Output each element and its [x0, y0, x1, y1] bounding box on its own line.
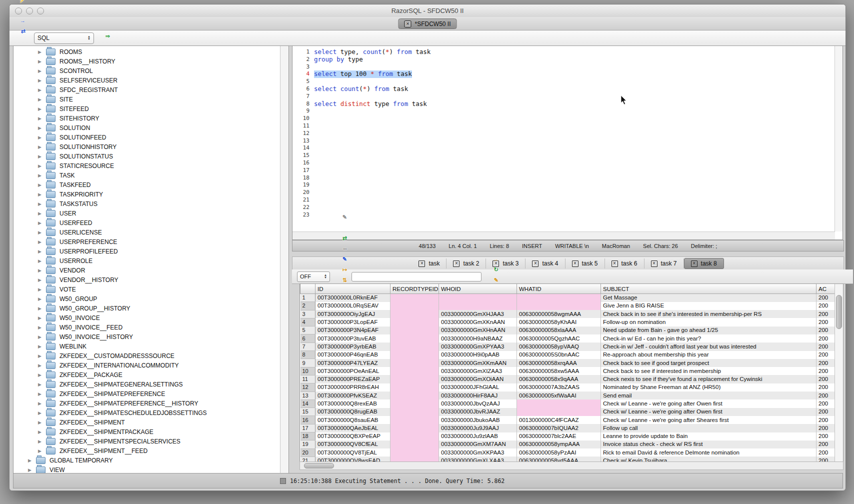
close-result-tab-icon[interactable] [418, 260, 425, 267]
cell-whoid[interactable]: 0033000000GmXIZAA3 [439, 367, 517, 375]
cell-whoid[interactable]: 0033000000GmXM7AAN [439, 440, 517, 448]
cell-whatid[interactable]: 006300000058yKhAAI [517, 318, 601, 326]
cell-recordtypeid[interactable] [390, 408, 439, 416]
cell-subject[interactable]: Follow up call [601, 424, 816, 432]
disclosure-triangle-icon[interactable] [38, 439, 46, 444]
disclosure-triangle-icon[interactable] [38, 316, 46, 320]
cell-ac[interactable]: 200 [816, 424, 836, 432]
cell-whatid[interactable]: 00630000005xfWaAAI [517, 392, 601, 400]
table-row[interactable]: 14 00T3000000Q8rexEAB 0033000000JbvQzAAJ… [300, 400, 836, 408]
disclosure-triangle-icon[interactable] [38, 296, 46, 302]
cell-ac[interactable]: 200 [816, 359, 836, 367]
grid-vscroll-thumb[interactable] [836, 295, 842, 329]
disclosure-triangle-icon[interactable] [38, 306, 46, 311]
tree-item[interactable]: W50_GROUP [14, 294, 280, 304]
tree-item[interactable]: USERROLE [14, 256, 280, 266]
tree-item[interactable]: VOTE [14, 284, 280, 294]
disclosure-triangle-icon[interactable] [38, 401, 46, 406]
export-page-icon[interactable]: → [14, 12, 24, 22]
tree-item[interactable]: VENDOR__HISTORY [14, 275, 280, 284]
column-header[interactable]: WHOID [439, 284, 517, 294]
cell-id[interactable]: 00T3000000L0RknEAF [316, 294, 390, 302]
cell-recordtypeid[interactable] [390, 367, 439, 375]
cell-whoid[interactable]: 0033000000GmXKmAAN [439, 359, 517, 367]
disclosure-triangle-icon[interactable] [38, 258, 46, 264]
cell-whatid[interactable]: 006300000058xrqAAA [517, 359, 601, 367]
disclosure-triangle-icon[interactable] [38, 344, 46, 349]
cell-whatid[interactable] [517, 408, 601, 416]
cell-ac[interactable]: 200 [816, 400, 836, 408]
cell-whatid[interactable]: 00630000007bIQUAA2 [517, 424, 601, 432]
limit-select[interactable]: OFF ▲▼ [297, 272, 330, 282]
tree-item[interactable]: ZKFEDEX__SHIPMATEGENERALSETTINGS [14, 380, 280, 389]
tree-item[interactable]: WEBLINK [14, 342, 280, 351]
cell-ac[interactable]: 200 [816, 318, 836, 326]
cell-recordtypeid[interactable] [390, 326, 439, 334]
cell-whatid[interactable]: 006300000058xw5AAA [517, 367, 601, 375]
table-row[interactable]: 19 00T3000000QV8CfEAL 0033000000GmXM7AAN… [300, 440, 836, 448]
cell-id[interactable]: 00T3000000Q8rexEAB [316, 400, 390, 408]
cell-ac[interactable]: 200 [816, 432, 836, 440]
cell-recordtypeid[interactable] [390, 294, 439, 302]
tree-item[interactable]: SITEFEED [14, 104, 280, 114]
cell-subject[interactable]: Check back in to see if she's interested… [601, 310, 816, 318]
cell-id[interactable]: 00T3000000QV8TjEAL [316, 448, 390, 456]
sort-filter-icon[interactable]: ✎ [336, 208, 346, 219]
cell-subject[interactable]: Leanne to provide update to Bain [601, 432, 816, 440]
cell-ac[interactable]: 200 [816, 351, 836, 359]
result-tab[interactable]: task 7 [644, 258, 684, 268]
cell-whoid[interactable]: 0033000000HirF8AAJ [439, 392, 517, 400]
cell-whoid[interactable]: 0033000000Ju9zlAAB [439, 432, 517, 440]
cell-recordtypeid[interactable] [390, 342, 439, 350]
cell-subject[interactable]: Check nexis to see if they've found a re… [601, 375, 816, 383]
cell-subject[interactable]: Rick to email David & reference Delmonte… [601, 448, 816, 456]
cell-whoid[interactable]: 0033000000GmXPYAA3 [439, 342, 517, 350]
save-results-icon[interactable] [336, 198, 346, 208]
tree-item[interactable]: USERPROFILEFEED [14, 246, 280, 256]
cell-subject[interactable]: Send email [601, 392, 816, 400]
column-header[interactable] [300, 284, 316, 294]
tree-item[interactable]: SELFSERVICEUSER [14, 76, 280, 85]
cell-whatid[interactable]: 00630000007A3bZAAS [517, 384, 601, 392]
table-row[interactable]: 10 00T3000000POeAnEAL 0033000000GmXIZAA3… [300, 367, 836, 375]
column-header[interactable]: RECORDTYPEID [390, 284, 439, 294]
tree-item[interactable]: SOLUTION [14, 123, 280, 132]
cell-subject[interactable]: Follow-up on nomination [601, 318, 816, 326]
tree-item[interactable]: USERLICENSE [14, 228, 280, 237]
cell-whoid[interactable]: 0033000000H9aNBAAZ [439, 334, 517, 342]
tree-item[interactable]: SITEHISTORY [14, 114, 280, 123]
tree-item[interactable]: TASKPRIORITY [14, 190, 280, 199]
editor-vertical-scrollbar[interactable] [834, 46, 842, 232]
tree-item[interactable]: ROOMS [14, 47, 280, 56]
disclosure-triangle-icon[interactable] [38, 173, 46, 178]
disclosure-triangle-icon[interactable] [38, 334, 46, 340]
result-tab[interactable]: task 2 [446, 258, 486, 268]
table-row[interactable]: 2 00T3000000L0RqSEAV Give Jenn a BIG RAI… [300, 302, 836, 310]
cell-id[interactable]: 00T3000000POeAnEAL [316, 367, 390, 375]
disclosure-triangle-icon[interactable] [38, 78, 46, 83]
tree-item[interactable]: ZKFEDEX__CUSTOMADDRESSSOURCE [14, 351, 280, 360]
disclosure-triangle-icon[interactable] [38, 430, 46, 434]
cell-whatid[interactable]: 006300000058yPzAAI [517, 448, 601, 456]
disclosure-triangle-icon[interactable] [38, 249, 46, 254]
cell-id[interactable]: 00T3000000OiyJgEAJ [316, 310, 390, 318]
tree-item[interactable]: SOLUTIONHISTORY [14, 142, 280, 152]
cell-subject[interactable]: Check-in w/ Ed - can he join this year? [601, 334, 816, 342]
cell-recordtypeid[interactable] [390, 351, 439, 359]
cell-whoid[interactable]: 0033000000GmXKPAA3 [439, 448, 517, 456]
tree-item[interactable]: SCONTROL [14, 66, 280, 76]
cell-subject[interactable]: Re-approach about membership this year [601, 351, 816, 359]
cell-id[interactable]: 00T3000000PREZaEAP [316, 375, 390, 383]
cell-recordtypeid[interactable] [390, 318, 439, 326]
cell-whoid[interactable] [439, 302, 517, 310]
zoom-window-icon[interactable] [37, 8, 44, 14]
tree-item[interactable]: W50_INVOICE__FEED [14, 322, 280, 332]
disclosure-triangle-icon[interactable] [38, 268, 46, 273]
cell-id[interactable]: 00T3000000P3N4pEAF [316, 326, 390, 334]
close-result-tab-icon[interactable] [572, 260, 578, 267]
cell-whoid[interactable]: 0033000000JbvRJAAZ [439, 408, 517, 416]
cell-whatid[interactable]: 006300000058ypVAAQ [517, 342, 601, 350]
insert-row-icon[interactable]: ↦ [336, 261, 346, 272]
disclosure-triangle-icon[interactable] [38, 278, 46, 282]
cell-whoid[interactable]: 0033000000JFhGlAAL [439, 384, 517, 392]
